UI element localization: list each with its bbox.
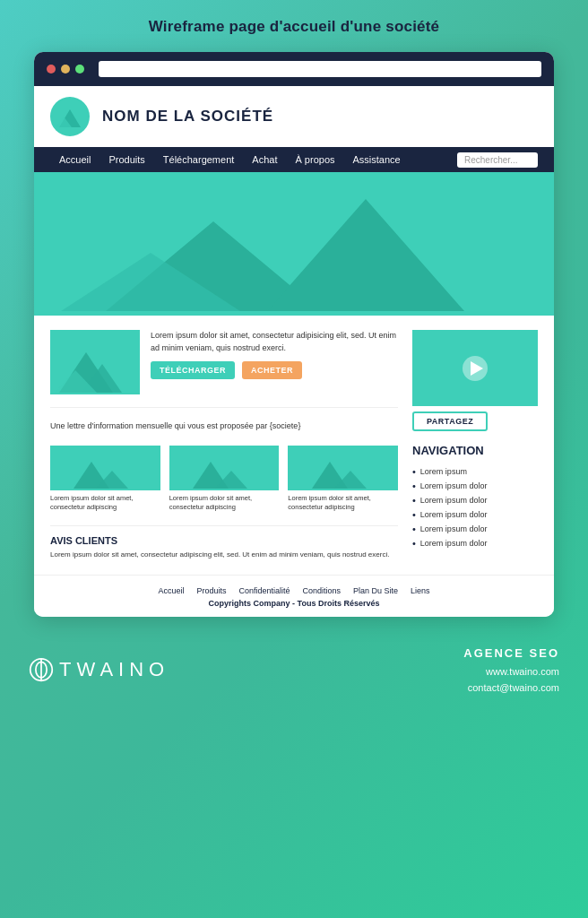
avis-title: AVIS CLIENTS — [50, 535, 398, 546]
nav-list-item-5[interactable]: Lorem ipsum dolor — [412, 522, 538, 536]
nav-list-item-1[interactable]: Lorem ipsum — [412, 464, 538, 479]
site-header: NOM DE LA SOCIÉTÉ — [34, 86, 554, 147]
browser-window: NOM DE LA SOCIÉTÉ Accueil Produits Téléc… — [34, 52, 554, 617]
card-2-image — [169, 446, 280, 490]
cards-row: Lorem ipsum dolor sit amet, consectetur … — [50, 446, 398, 513]
card-3-mountain-icon — [307, 446, 379, 490]
acheter-button[interactable]: ACHETER — [242, 361, 302, 379]
footer-link-conditions[interactable]: Conditions — [303, 586, 342, 595]
footer-links: Accueil Produits Confidentialité Conditi… — [50, 586, 538, 595]
footer-link-liens[interactable]: Liens — [411, 586, 430, 595]
agency-email: contact@twaino.com — [463, 680, 559, 697]
card-3-image — [288, 446, 398, 490]
footer-link-accueil[interactable]: Accueil — [158, 586, 184, 595]
telecharger-button[interactable]: TÉLÉCHARGER — [151, 361, 235, 379]
card-2: Lorem ipsum dolor sit amet, consectetur … — [169, 446, 280, 513]
company-logo — [50, 97, 90, 136]
agency-website: www.twaino.com — [463, 663, 559, 680]
agency-label: AGENCE SEO — [463, 644, 559, 663]
avis-text: Lorem ipsum dolor sit amet, consectetur … — [50, 550, 398, 560]
navigation-section: NAVIGATION Lorem ipsum Lorem ipsum dolor… — [412, 444, 538, 550]
logo-mountain-icon — [52, 99, 88, 134]
video-block[interactable] — [412, 330, 538, 406]
card-3: Lorem ipsum dolor sit amet, consectetur … — [288, 446, 398, 513]
twaino-symbol-icon — [29, 657, 54, 682]
nav-link-apropos[interactable]: À propos — [286, 147, 343, 172]
product-mountain-icon — [50, 330, 140, 394]
right-column: PARTAGEZ NAVIGATION Lorem ipsum Lorem ip… — [412, 330, 538, 560]
navigation-title: NAVIGATION — [412, 444, 538, 457]
nav-link-telechargement[interactable]: Téléchargement — [154, 147, 244, 172]
nav-link-accueil[interactable]: Accueil — [50, 147, 99, 172]
twaino-logo-text: TWAINO — [59, 658, 169, 681]
browser-dot-red — [47, 65, 56, 74]
main-content: Lorem ipsum dolor sit amet, consectetur … — [34, 316, 554, 575]
nav-links-group: Accueil Produits Téléchargement Achat À … — [50, 147, 410, 172]
product-buttons: TÉLÉCHARGER ACHETER — [151, 361, 398, 379]
avis-section: AVIS CLIENTS Lorem ipsum dolor sit amet,… — [50, 525, 398, 560]
hero-section — [34, 172, 554, 316]
nav-link-assistance[interactable]: Assistance — [344, 147, 410, 172]
card-1-mountain-icon — [69, 446, 141, 490]
product-text: Lorem ipsum dolor sit amet, consectetur … — [151, 330, 398, 394]
search-box[interactable]: Rechercher... — [457, 152, 538, 168]
twaino-logo: TWAINO — [29, 657, 169, 682]
partagez-button[interactable]: PARTAGEZ — [412, 411, 488, 431]
company-name: NOM DE LA SOCIÉTÉ — [102, 108, 273, 126]
nav-list-item-6[interactable]: Lorem ipsum dolor — [412, 536, 538, 550]
nav-link-achat[interactable]: Achat — [243, 147, 286, 172]
footer-link-produits[interactable]: Produits — [196, 586, 226, 595]
address-bar[interactable] — [99, 61, 541, 77]
navigation-list: Lorem ipsum Lorem ipsum dolor Lorem ipsu… — [412, 464, 538, 550]
footer-copyright: Copyrights Company - Tous Droits Réservé… — [50, 599, 538, 608]
footer-link-confidentialite[interactable]: Confidentialité — [238, 586, 290, 595]
bottom-branding: TWAINO AGENCE SEO www.twaino.com contact… — [0, 628, 588, 713]
card-2-text: Lorem ipsum dolor sit amet, consectetur … — [169, 494, 280, 513]
nav-list-item-4[interactable]: Lorem ipsum dolor — [412, 507, 538, 522]
newsletter-text: Une lettre d'information mensuelle qui v… — [50, 420, 398, 433]
product-image — [50, 330, 140, 394]
nav-list-item-2[interactable]: Lorem ipsum dolor — [412, 479, 538, 493]
nav-list-item-3[interactable]: Lorem ipsum dolor — [412, 493, 538, 507]
product-description: Lorem ipsum dolor sit amet, consectetur … — [151, 330, 398, 354]
card-2-mountain-icon — [188, 446, 260, 490]
browser-dot-yellow — [61, 65, 70, 74]
play-icon — [463, 356, 488, 381]
card-1-text: Lorem ipsum dolor sit amet, consectetur … — [50, 494, 160, 513]
site-footer: Accueil Produits Confidentialité Conditi… — [34, 575, 554, 617]
card-1: Lorem ipsum dolor sit amet, consectetur … — [50, 446, 160, 513]
product-section: Lorem ipsum dolor sit amet, consectetur … — [50, 330, 398, 408]
card-3-text: Lorem ipsum dolor sit amet, consectetur … — [288, 494, 398, 513]
play-triangle — [471, 361, 483, 376]
page-title: Wireframe page d'accueil d'une société — [149, 18, 439, 36]
site-navigation-bar: Accueil Produits Téléchargement Achat À … — [34, 147, 554, 172]
footer-link-plan[interactable]: Plan Du Site — [353, 586, 398, 595]
left-column: Lorem ipsum dolor sit amet, consectetur … — [50, 330, 398, 560]
browser-dot-green — [75, 65, 84, 74]
browser-chrome — [34, 52, 554, 86]
hero-mountains-svg — [34, 172, 554, 316]
card-1-image — [50, 446, 160, 490]
nav-link-produits[interactable]: Produits — [99, 147, 153, 172]
twaino-info: AGENCE SEO www.twaino.com contact@twaino… — [463, 644, 559, 697]
